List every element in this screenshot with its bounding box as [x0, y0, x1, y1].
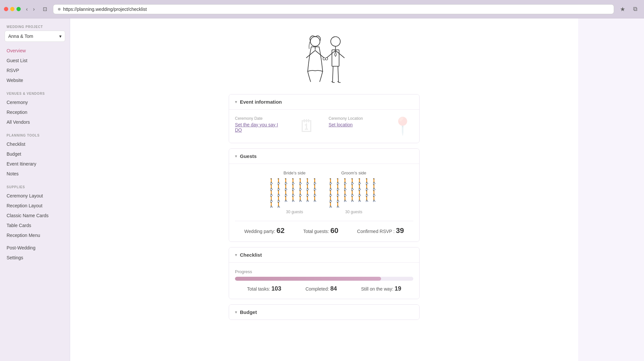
wedding-party-num: 62: [276, 226, 284, 235]
guest-icon: 🚶: [327, 196, 334, 202]
grooms-side-title: Groom's side: [341, 170, 366, 175]
ceremony-location-item: Ceremony Location Set location: [329, 116, 379, 136]
sidebar-item-table-cards[interactable]: Table Cards: [0, 220, 70, 230]
guest-icon: 🚶: [327, 185, 334, 190]
forward-button[interactable]: ›: [31, 6, 37, 13]
sidebar-item-reception-menu[interactable]: Reception Menu: [0, 230, 70, 240]
budget-section: ▾ Budget: [229, 304, 420, 320]
sidebar-item-guest-list[interactable]: Guest List: [0, 56, 70, 65]
svg-line-2: [315, 50, 324, 58]
svg-line-11: [338, 66, 339, 82]
guest-icon: 🚶: [356, 185, 363, 190]
sidebar-item-overview[interactable]: Overview: [0, 46, 70, 56]
sidebar-item-notes[interactable]: Notes: [0, 169, 70, 179]
guests-section: ▾ Guests Bride's side 🚶🚶🚶🚶🚶🚶🚶🚶🚶🚶🚶🚶🚶🚶🚶🚶🚶🚶…: [229, 148, 420, 242]
confirmed-rsvp-label: Confirmed RSVP :: [357, 229, 395, 234]
guest-icon: 🚶: [275, 185, 282, 190]
supplies-label: SUPPLIES: [0, 181, 70, 191]
checklist-section: ▾ Checklist Progress Total tasks: 103: [229, 247, 420, 299]
sidebar-item-classic-name-cards[interactable]: Classic Name Cards: [0, 211, 70, 220]
guest-icon: 🚶: [371, 179, 377, 184]
guests-body: Bride's side 🚶🚶🚶🚶🚶🚶🚶🚶🚶🚶🚶🚶🚶🚶🚶🚶🚶🚶🚶🚶🚶🚶🚶🚶🚶🚶🚶…: [229, 164, 419, 242]
still-on-way-num: 19: [395, 285, 401, 292]
sidebar-item-rsvp[interactable]: RSVP: [0, 65, 70, 75]
main-content: ▾ Event information Ceremony Date Set th…: [70, 18, 578, 361]
sidebar-item-all-vendors[interactable]: All Vendors: [0, 117, 70, 127]
tab-view-button[interactable]: ⊡: [40, 5, 50, 13]
event-info-section: ▾ Event information Ceremony Date Set th…: [229, 94, 420, 143]
split-button[interactable]: ⧉: [631, 5, 640, 13]
sidebar-item-settings[interactable]: Settings: [0, 253, 70, 263]
minimize-button[interactable]: [10, 7, 14, 11]
ceremony-location-link[interactable]: Set location: [329, 122, 379, 127]
app-body: WEDDING PROJECT Anna & Tom ▾ Overview Gu…: [0, 18, 644, 361]
sidebar-item-reception-layout[interactable]: Reception Layout: [0, 201, 70, 211]
budget-header[interactable]: ▾ Budget: [229, 305, 419, 320]
guest-icon: 🚶: [275, 179, 282, 184]
guests-columns: Bride's side 🚶🚶🚶🚶🚶🚶🚶🚶🚶🚶🚶🚶🚶🚶🚶🚶🚶🚶🚶🚶🚶🚶🚶🚶🚶🚶🚶…: [235, 170, 413, 214]
hero-illustration: [229, 25, 420, 94]
fullscreen-button[interactable]: [16, 7, 21, 11]
checklist-stats: Total tasks: 103 Completed: 84 Still on …: [235, 285, 413, 292]
guest-icon: 🚶: [312, 196, 318, 202]
close-button[interactable]: [4, 7, 8, 11]
total-guests-stat: Total guests: 60: [303, 226, 338, 235]
guest-icon: 🚶: [349, 196, 356, 202]
event-info-header[interactable]: ▾ Event information: [229, 94, 419, 110]
ceremony-date-link[interactable]: Set the day you say I DO: [235, 122, 285, 133]
guest-icon: 🚶: [335, 191, 341, 196]
sidebar-item-post-wedding[interactable]: Post-Wedding: [0, 243, 70, 253]
content-inner: ▾ Event information Ceremony Date Set th…: [219, 18, 429, 338]
back-button[interactable]: ‹: [24, 6, 30, 13]
guest-icon: 🚶: [304, 196, 311, 202]
total-tasks-label: Total tasks:: [247, 286, 270, 292]
guest-icon: 🚶: [297, 191, 304, 196]
total-tasks-num: 103: [271, 285, 281, 292]
grooms-side-column: Groom's side 🚶🚶🚶🚶🚶🚶🚶🚶🚶🚶🚶🚶🚶🚶🚶🚶🚶🚶🚶🚶🚶🚶🚶🚶🚶🚶🚶…: [327, 170, 380, 214]
project-dropdown[interactable]: Anna & Tom ▾: [5, 31, 65, 42]
guest-icon: 🚶: [283, 191, 289, 196]
ceremony-location-label: Ceremony Location: [329, 116, 379, 121]
event-info-body: Ceremony Date Set the day you say I DO 🗓…: [229, 110, 419, 143]
guest-icon: 🚶: [342, 185, 348, 190]
guest-icon: 🚶: [335, 202, 341, 208]
browser-actions: ★ ⧉: [617, 5, 640, 13]
guest-icon: 🚶: [283, 185, 289, 190]
guest-icon: 🚶: [290, 185, 296, 190]
checklist-header[interactable]: ▾ Checklist: [229, 247, 419, 263]
budget-chevron-icon: ▾: [235, 310, 237, 315]
guest-icon: 🚶: [297, 196, 304, 202]
guest-icon: 🚶: [342, 196, 348, 202]
guest-icon: 🚶: [304, 185, 311, 190]
ceremony-date-label: Ceremony Date: [235, 116, 285, 121]
nav-buttons: ‹ ›: [24, 6, 37, 13]
url-bar[interactable]: https://planning.wedding/project/checkli…: [53, 4, 614, 14]
sidebar-item-event-itinerary[interactable]: Event Itinerary: [0, 159, 70, 169]
sidebar-item-ceremony[interactable]: Ceremony: [0, 97, 70, 107]
couple-svg: [291, 32, 357, 84]
sidebar-item-reception[interactable]: Reception: [0, 107, 70, 117]
guest-icon: 🚶: [268, 185, 275, 190]
ceremony-date-item: Ceremony Date Set the day you say I DO: [235, 116, 285, 136]
guest-icon: 🚶: [335, 185, 341, 190]
sidebar-item-checklist[interactable]: Checklist: [0, 139, 70, 149]
brides-count: 30 guests: [286, 210, 303, 214]
traffic-lights: [4, 7, 21, 11]
secure-icon: [58, 8, 61, 11]
guest-icon: 🚶: [364, 191, 370, 196]
confirmed-rsvp-stat: Confirmed RSVP : 39: [357, 226, 404, 235]
completed-stat: Completed: 84: [305, 285, 337, 292]
sidebar-item-budget[interactable]: Budget: [0, 149, 70, 159]
guests-header[interactable]: ▾ Guests: [229, 149, 419, 164]
progress-label: Progress: [235, 269, 413, 274]
sidebar-item-website[interactable]: Website: [0, 75, 70, 85]
brides-side-title: Bride's side: [284, 170, 306, 175]
guest-icon: 🚶: [275, 191, 282, 196]
guest-icon: 🚶: [327, 191, 334, 196]
grooms-count: 30 guests: [345, 210, 362, 214]
guest-icon: 🚶: [356, 191, 363, 196]
sidebar-item-ceremony-layout[interactable]: Ceremony Layout: [0, 191, 70, 201]
bookmark-button[interactable]: ★: [617, 5, 628, 13]
project-label: WEDDING PROJECT: [0, 24, 70, 31]
guest-icon: 🚶: [371, 196, 377, 202]
